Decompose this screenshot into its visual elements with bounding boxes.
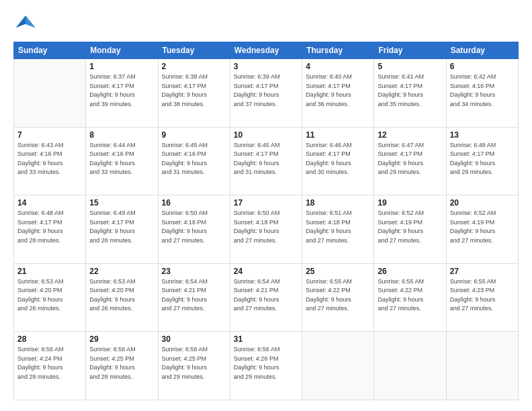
calendar-cell: 28Sunrise: 6:56 AM Sunset: 4:24 PM Dayli… xyxy=(14,332,86,400)
day-info: Sunrise: 6:55 AM Sunset: 4:22 PM Dayligh… xyxy=(306,277,370,314)
calendar-cell xyxy=(374,332,446,400)
header xyxy=(13,11,519,35)
calendar-cell: 15Sunrise: 6:49 AM Sunset: 4:17 PM Dayli… xyxy=(86,195,158,264)
calendar-cell: 19Sunrise: 6:52 AM Sunset: 4:19 PM Dayli… xyxy=(374,195,446,264)
day-number: 21 xyxy=(17,267,82,276)
calendar-cell: 14Sunrise: 6:48 AM Sunset: 4:17 PM Dayli… xyxy=(14,195,86,264)
calendar-cell: 29Sunrise: 6:56 AM Sunset: 4:25 PM Dayli… xyxy=(86,332,158,400)
calendar-header-sunday: Sunday xyxy=(14,42,86,59)
calendar-cell: 16Sunrise: 6:50 AM Sunset: 4:18 PM Dayli… xyxy=(158,195,230,264)
day-number: 1 xyxy=(89,62,154,71)
day-info: Sunrise: 6:37 AM Sunset: 4:17 PM Dayligh… xyxy=(89,73,154,109)
day-number: 30 xyxy=(162,334,226,344)
calendar-cell: 13Sunrise: 6:48 AM Sunset: 4:17 PM Dayli… xyxy=(446,127,518,195)
calendar-header-tuesday: Tuesday xyxy=(158,42,230,59)
day-info: Sunrise: 6:56 AM Sunset: 4:26 PM Dayligh… xyxy=(234,345,298,381)
calendar-cell: 25Sunrise: 6:55 AM Sunset: 4:22 PM Dayli… xyxy=(302,263,374,332)
calendar-cell: 2Sunrise: 6:38 AM Sunset: 4:17 PM Daylig… xyxy=(158,59,230,128)
day-info: Sunrise: 6:38 AM Sunset: 4:17 PM Dayligh… xyxy=(162,73,226,109)
calendar-cell: 24Sunrise: 6:54 AM Sunset: 4:21 PM Dayli… xyxy=(230,263,302,332)
day-number: 23 xyxy=(162,267,226,276)
day-number: 12 xyxy=(378,130,442,140)
day-number: 15 xyxy=(89,198,154,208)
day-number: 2 xyxy=(162,62,226,71)
day-info: Sunrise: 6:55 AM Sunset: 4:23 PM Dayligh… xyxy=(450,277,515,314)
day-info: Sunrise: 6:50 AM Sunset: 4:18 PM Dayligh… xyxy=(162,209,226,245)
day-number: 10 xyxy=(234,130,298,140)
day-number: 5 xyxy=(378,62,442,71)
day-info: Sunrise: 6:47 AM Sunset: 4:17 PM Dayligh… xyxy=(378,141,442,177)
calendar-header-row: SundayMondayTuesdayWednesdayThursdayFrid… xyxy=(14,42,519,59)
day-number: 27 xyxy=(450,267,515,276)
calendar-cell: 23Sunrise: 6:54 AM Sunset: 4:21 PM Dayli… xyxy=(158,263,230,332)
calendar-cell: 8Sunrise: 6:44 AM Sunset: 4:16 PM Daylig… xyxy=(86,127,158,195)
calendar-cell: 27Sunrise: 6:55 AM Sunset: 4:23 PM Dayli… xyxy=(446,263,518,332)
calendar-cell: 18Sunrise: 6:51 AM Sunset: 4:18 PM Dayli… xyxy=(302,195,374,264)
calendar-header-saturday: Saturday xyxy=(446,42,518,59)
calendar-header-monday: Monday xyxy=(86,42,158,59)
calendar-cell: 30Sunrise: 6:56 AM Sunset: 4:25 PM Dayli… xyxy=(158,332,230,400)
calendar-table: SundayMondayTuesdayWednesdayThursdayFrid… xyxy=(13,42,519,400)
day-info: Sunrise: 6:56 AM Sunset: 4:25 PM Dayligh… xyxy=(162,345,226,381)
day-info: Sunrise: 6:41 AM Sunset: 4:17 PM Dayligh… xyxy=(378,73,442,109)
calendar-cell: 5Sunrise: 6:41 AM Sunset: 4:17 PM Daylig… xyxy=(374,59,446,128)
calendar-cell: 12Sunrise: 6:47 AM Sunset: 4:17 PM Dayli… xyxy=(374,127,446,195)
day-number: 18 xyxy=(306,198,370,208)
day-number: 7 xyxy=(17,130,82,140)
day-info: Sunrise: 6:45 AM Sunset: 4:16 PM Dayligh… xyxy=(162,141,226,177)
calendar-cell: 6Sunrise: 6:42 AM Sunset: 4:16 PM Daylig… xyxy=(446,59,518,128)
calendar-cell: 9Sunrise: 6:45 AM Sunset: 4:16 PM Daylig… xyxy=(158,127,230,195)
day-info: Sunrise: 6:48 AM Sunset: 4:17 PM Dayligh… xyxy=(450,141,515,177)
day-number: 20 xyxy=(450,198,515,208)
day-info: Sunrise: 6:50 AM Sunset: 4:18 PM Dayligh… xyxy=(234,209,298,245)
calendar-cell: 7Sunrise: 6:43 AM Sunset: 4:16 PM Daylig… xyxy=(14,127,86,195)
day-info: Sunrise: 6:54 AM Sunset: 4:21 PM Dayligh… xyxy=(162,277,226,314)
calendar-cell: 4Sunrise: 6:40 AM Sunset: 4:17 PM Daylig… xyxy=(302,59,374,128)
day-info: Sunrise: 6:45 AM Sunset: 4:17 PM Dayligh… xyxy=(234,141,298,177)
calendar-cell: 22Sunrise: 6:53 AM Sunset: 4:20 PM Dayli… xyxy=(86,263,158,332)
day-info: Sunrise: 6:52 AM Sunset: 4:19 PM Dayligh… xyxy=(450,209,515,245)
page: SundayMondayTuesdayWednesdayThursdayFrid… xyxy=(0,0,532,411)
day-info: Sunrise: 6:55 AM Sunset: 4:22 PM Dayligh… xyxy=(378,277,442,314)
day-info: Sunrise: 6:56 AM Sunset: 4:25 PM Dayligh… xyxy=(89,345,154,381)
day-number: 25 xyxy=(306,267,370,276)
day-info: Sunrise: 6:40 AM Sunset: 4:17 PM Dayligh… xyxy=(306,73,370,109)
day-number: 19 xyxy=(378,198,442,208)
calendar-cell: 17Sunrise: 6:50 AM Sunset: 4:18 PM Dayli… xyxy=(230,195,302,264)
calendar-cell: 3Sunrise: 6:39 AM Sunset: 4:17 PM Daylig… xyxy=(230,59,302,128)
logo-icon xyxy=(13,11,38,35)
calendar-cell: 20Sunrise: 6:52 AM Sunset: 4:19 PM Dayli… xyxy=(446,195,518,264)
day-info: Sunrise: 6:46 AM Sunset: 4:17 PM Dayligh… xyxy=(306,141,370,177)
svg-marker-1 xyxy=(26,15,35,28)
day-number: 13 xyxy=(450,130,515,140)
calendar-cell: 1Sunrise: 6:37 AM Sunset: 4:17 PM Daylig… xyxy=(86,59,158,128)
calendar-week-2: 7Sunrise: 6:43 AM Sunset: 4:16 PM Daylig… xyxy=(14,127,519,195)
day-number: 6 xyxy=(450,62,515,71)
day-info: Sunrise: 6:52 AM Sunset: 4:19 PM Dayligh… xyxy=(378,209,442,245)
day-info: Sunrise: 6:42 AM Sunset: 4:16 PM Dayligh… xyxy=(450,73,515,109)
calendar-week-3: 14Sunrise: 6:48 AM Sunset: 4:17 PM Dayli… xyxy=(14,195,519,264)
calendar-header-friday: Friday xyxy=(374,42,446,59)
calendar-cell: 21Sunrise: 6:53 AM Sunset: 4:20 PM Dayli… xyxy=(14,263,86,332)
calendar-cell xyxy=(302,332,374,400)
day-info: Sunrise: 6:51 AM Sunset: 4:18 PM Dayligh… xyxy=(306,209,370,245)
calendar-header-wednesday: Wednesday xyxy=(230,42,302,59)
day-info: Sunrise: 6:48 AM Sunset: 4:17 PM Dayligh… xyxy=(17,209,82,245)
logo xyxy=(13,11,40,35)
calendar-cell: 26Sunrise: 6:55 AM Sunset: 4:22 PM Dayli… xyxy=(374,263,446,332)
calendar-cell xyxy=(446,332,518,400)
day-number: 4 xyxy=(306,62,370,71)
calendar-week-1: 1Sunrise: 6:37 AM Sunset: 4:17 PM Daylig… xyxy=(14,59,519,128)
calendar-header-thursday: Thursday xyxy=(302,42,374,59)
day-info: Sunrise: 6:43 AM Sunset: 4:16 PM Dayligh… xyxy=(17,141,82,177)
day-number: 9 xyxy=(162,130,226,140)
calendar-cell: 31Sunrise: 6:56 AM Sunset: 4:26 PM Dayli… xyxy=(230,332,302,400)
day-number: 3 xyxy=(234,62,298,71)
calendar-week-5: 28Sunrise: 6:56 AM Sunset: 4:24 PM Dayli… xyxy=(14,332,519,400)
calendar-cell xyxy=(14,59,86,128)
day-number: 31 xyxy=(234,334,298,344)
day-number: 8 xyxy=(89,130,154,140)
day-number: 11 xyxy=(306,130,370,140)
day-number: 17 xyxy=(234,198,298,208)
day-info: Sunrise: 6:53 AM Sunset: 4:20 PM Dayligh… xyxy=(89,277,154,314)
